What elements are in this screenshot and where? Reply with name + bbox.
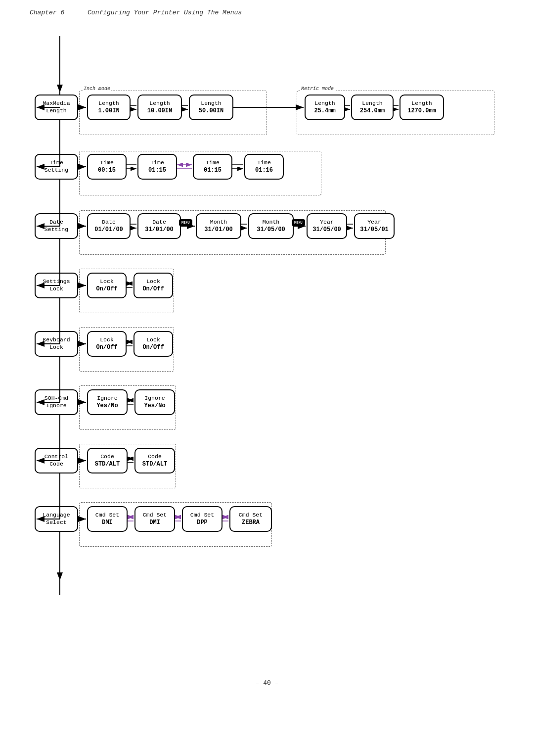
diagram-area: Inch mode Metric mode MaxMedia Length Le… [30, 31, 504, 674]
node-d3: Month 31/01/00 [196, 213, 241, 239]
node-maxmedia: MaxMedia Length [35, 94, 78, 120]
node-len2: Length 10.00IN [137, 94, 182, 120]
node-sc2: Ignore Yes/No [134, 389, 175, 415]
node-d6: Year 31/05/01 [354, 213, 395, 239]
node-t3: Time 01:15 [193, 154, 232, 180]
node-len4: Length 25.4mm [305, 94, 345, 120]
metric-mode-label: Metric mode [300, 86, 335, 92]
node-date: Date Setting [35, 213, 78, 239]
node-lang3: Cmd Set DPP [182, 506, 222, 532]
node-t1: Time 00:15 [87, 154, 127, 180]
node-d1: Date 01/01/00 [87, 213, 131, 239]
menu-btn-d4: MENU [292, 219, 305, 226]
chapter-subtitle: Configuring Your Printer Using The Menus [88, 9, 242, 16]
node-t2: Time 01:15 [137, 154, 177, 180]
node-sl1: Lock On/Off [87, 273, 127, 298]
node-len6: Length 1270.0mm [400, 94, 444, 120]
chapter-label: Chapter 6 [30, 9, 64, 16]
node-len3: Length 50.00IN [189, 94, 233, 120]
node-settingslock: Settings Lock [35, 273, 78, 298]
page-number: – 40 – [0, 679, 534, 687]
node-lang2: Cmd Set DMI [134, 506, 175, 532]
node-len5: Length 254.0mm [351, 94, 394, 120]
node-d5: Year 31/05/00 [307, 213, 347, 239]
node-kl1: Lock On/Off [87, 331, 127, 357]
node-time: Time Setting [35, 154, 78, 180]
node-lang4: Cmd Set ZEBRA [229, 506, 272, 532]
node-d4: Month 31/05/00 [248, 213, 294, 239]
node-len1: Length 1.00IN [87, 94, 131, 120]
node-cc1: Code STD/ALT [87, 448, 128, 473]
node-sohcmd: SOH-Cmd Ignore [35, 389, 78, 415]
node-d2: Date 31/01/00 [137, 213, 181, 239]
node-sl2: Lock On/Off [134, 273, 173, 298]
node-language: Language Select [35, 506, 78, 532]
node-cc2: Code STD/ALT [134, 448, 175, 473]
menu-btn-d2: MENU [179, 219, 192, 226]
node-kl2: Lock On/Off [134, 331, 173, 357]
node-lang1: Cmd Set DMI [87, 506, 128, 532]
node-sc1: Ignore Yes/No [87, 389, 128, 415]
node-t4: Time 01:16 [244, 154, 284, 180]
page-header: Chapter 6 Configuring Your Printer Using… [0, 0, 534, 16]
inch-mode-label: Inch mode [83, 86, 111, 92]
node-controlcode: Control Code [35, 448, 78, 473]
node-keyboardlock: Keyboard Lock [35, 331, 78, 357]
